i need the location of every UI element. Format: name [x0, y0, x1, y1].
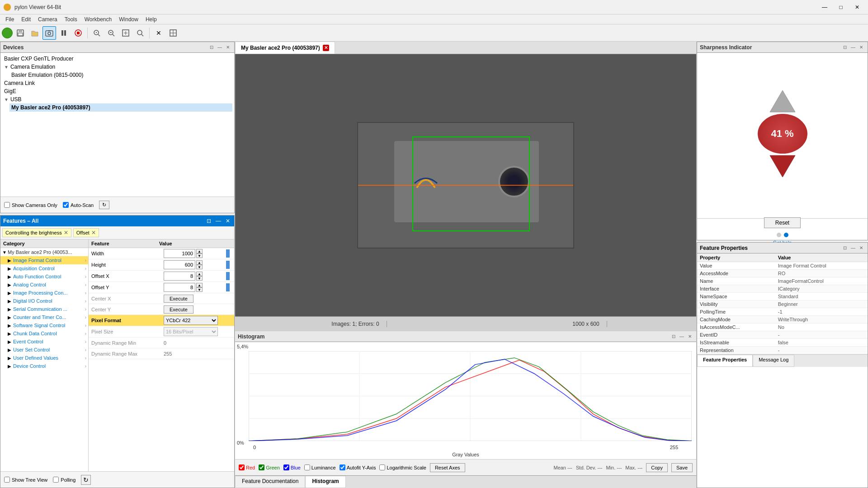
category-user-set[interactable]: ▶ User Set Control ›: [0, 346, 88, 354]
hist-green-checkbox[interactable]: [259, 465, 264, 470]
hist-green-label[interactable]: Green: [259, 465, 280, 470]
zoom-out-button[interactable]: [104, 26, 118, 40]
fp-close-btn[interactable]: ✕: [858, 244, 865, 252]
show-cameras-only-label[interactable]: Show Cameras Only: [4, 202, 57, 208]
tree-item-usb[interactable]: ▼ USB: [2, 95, 232, 103]
devices-close-btn[interactable]: ✕: [224, 44, 231, 51]
hist-lum-label[interactable]: Luminance: [304, 465, 336, 470]
hist-logscale-checkbox[interactable]: [379, 465, 385, 470]
sharpness-min-btn[interactable]: —: [849, 44, 857, 51]
category-image-format[interactable]: ▶ Image Format Control ›: [0, 256, 88, 264]
hist-blue-checkbox[interactable]: [283, 465, 289, 470]
filter-close-offset[interactable]: ✕: [91, 230, 96, 236]
tree-item-camera-link[interactable]: Camera Link: [2, 79, 232, 87]
open-button[interactable]: [28, 26, 42, 40]
stop-button[interactable]: [71, 26, 85, 40]
devices-min-btn[interactable]: —: [216, 44, 223, 51]
crosshair-button[interactable]: ✕: [152, 26, 165, 40]
minimize-button[interactable]: —: [817, 3, 832, 12]
offsetx-spin-up[interactable]: ▲: [196, 272, 203, 276]
filter-close-brightness[interactable]: ✕: [64, 230, 68, 236]
pixelfmt-select[interactable]: YCbCr 422 Mono8 BayerRG8: [164, 316, 218, 325]
hist-copy-btn[interactable]: Copy: [646, 463, 668, 472]
offsety-spin-up[interactable]: ▲: [196, 283, 203, 287]
zoom-in-button[interactable]: [90, 26, 104, 40]
pixelsize-select[interactable]: 16 Bits/Pixel: [164, 327, 218, 336]
fp-float-btn[interactable]: ⊡: [841, 244, 849, 252]
sharpness-close-btn[interactable]: ✕: [858, 44, 865, 51]
maximize-button[interactable]: □: [834, 3, 848, 12]
hist-lum-checkbox[interactable]: [304, 465, 310, 470]
category-event[interactable]: ▶ Event Control ›: [0, 338, 88, 346]
menu-help[interactable]: Help: [142, 15, 160, 23]
tree-item-basler-cxp[interactable]: Basler CXP GenTL Producer: [2, 55, 232, 63]
width-spin-up[interactable]: ▲: [196, 249, 203, 253]
offsety-input[interactable]: [164, 283, 195, 292]
refresh-button[interactable]: ↻: [99, 201, 109, 209]
fit-button[interactable]: [119, 26, 132, 40]
tree-item-basler-emulation[interactable]: Basler Emulation (0815-0000): [9, 71, 232, 79]
tab-close-btn[interactable]: ✕: [323, 45, 329, 51]
tree-item-camera-emulation[interactable]: ▼ Camera Emulation: [2, 63, 232, 71]
tab-histogram[interactable]: Histogram: [305, 476, 345, 488]
polling-checkbox[interactable]: [53, 477, 59, 483]
menu-camera[interactable]: Camera: [34, 15, 61, 23]
height-spin-up[interactable]: ▲: [196, 260, 203, 265]
histogram-min-btn[interactable]: —: [678, 333, 685, 340]
category-analog[interactable]: ▶ Analog Control ›: [0, 281, 88, 289]
category-device[interactable]: ▶ Device Control ›: [0, 362, 88, 370]
close-button[interactable]: ✕: [850, 3, 864, 12]
width-spin-down[interactable]: ▼: [196, 253, 203, 258]
auto-scan-label[interactable]: Auto-Scan: [63, 202, 94, 208]
tree-item-my-basler[interactable]: My Basler ace2 Pro (40053897): [9, 103, 232, 112]
hist-red-checkbox[interactable]: [239, 465, 245, 470]
features-min-btn[interactable]: —: [214, 218, 222, 224]
offsetx-spin-down[interactable]: ▼: [196, 276, 203, 281]
capture-button[interactable]: [42, 26, 56, 40]
hist-logscale-label[interactable]: Logarithmic Scale: [379, 465, 426, 470]
features-float-btn[interactable]: ⊡: [205, 218, 212, 224]
category-image-proc[interactable]: ▶ Image Processing Con... ›: [0, 289, 88, 297]
record-button[interactable]: [2, 28, 13, 38]
histogram-float-btn[interactable]: ⊡: [670, 333, 677, 340]
fp-min-btn[interactable]: —: [849, 244, 857, 252]
features-close-btn[interactable]: ✕: [224, 218, 231, 224]
tree-item-gige[interactable]: GigE: [2, 87, 232, 95]
save-image-button[interactable]: [14, 26, 27, 40]
sharpness-float-btn[interactable]: ⊡: [841, 44, 849, 51]
features-refresh-btn[interactable]: ↻: [81, 475, 91, 485]
category-root[interactable]: ▼ My Basler ace2 Pro (40053...: [0, 248, 88, 256]
zoom-100-button[interactable]: [133, 26, 147, 40]
category-counter[interactable]: ▶ Counter and Timer Co... ›: [0, 313, 88, 321]
auto-scan-checkbox[interactable]: [63, 202, 69, 208]
offsetx-input[interactable]: [164, 272, 195, 281]
menu-file[interactable]: File: [2, 15, 18, 23]
show-tree-view-checkbox[interactable]: [4, 477, 10, 483]
category-digital-io[interactable]: ▶ Digital I/O Control ›: [0, 297, 88, 305]
height-spin-down[interactable]: ▼: [196, 265, 203, 269]
fp-tab-properties[interactable]: Feature Properties: [697, 355, 753, 367]
tab-main-camera[interactable]: My Basler ace2 Pro (40053897) ✕: [235, 42, 335, 54]
devices-float-btn[interactable]: ⊡: [208, 44, 215, 51]
hist-blue-label[interactable]: Blue: [283, 465, 301, 470]
polling-label[interactable]: Polling: [53, 477, 75, 483]
histogram-close-btn[interactable]: ✕: [686, 333, 693, 340]
hist-resetaxes-btn[interactable]: Reset Axes: [430, 463, 465, 472]
fp-tab-messagelog[interactable]: Message Log: [753, 355, 794, 367]
offsety-spin-down[interactable]: ▼: [196, 287, 203, 292]
centerx-execute-btn[interactable]: Execute: [164, 295, 193, 303]
grid-button[interactable]: [166, 26, 180, 40]
menu-window[interactable]: Window: [115, 15, 142, 23]
category-software-signal[interactable]: ▶ Software Signal Control ›: [0, 321, 88, 329]
hist-autofit-label[interactable]: Autofit Y-Axis: [340, 465, 376, 470]
show-tree-view-label[interactable]: Show Tree View: [4, 477, 47, 483]
centery-execute-btn[interactable]: Execute: [164, 305, 193, 314]
category-chunk[interactable]: ▶ Chunk Data Control ›: [0, 329, 88, 338]
menu-tools[interactable]: Tools: [61, 15, 81, 23]
hist-red-label[interactable]: Red: [239, 465, 255, 470]
menu-workbench[interactable]: Workbench: [81, 15, 115, 23]
sharpness-reset-btn[interactable]: Reset: [764, 217, 801, 228]
category-acquisition[interactable]: ▶ Acquisition Control ›: [0, 264, 88, 272]
category-serial[interactable]: ▶ Serial Communication ... ›: [0, 305, 88, 313]
hist-autofit-checkbox[interactable]: [340, 465, 345, 470]
